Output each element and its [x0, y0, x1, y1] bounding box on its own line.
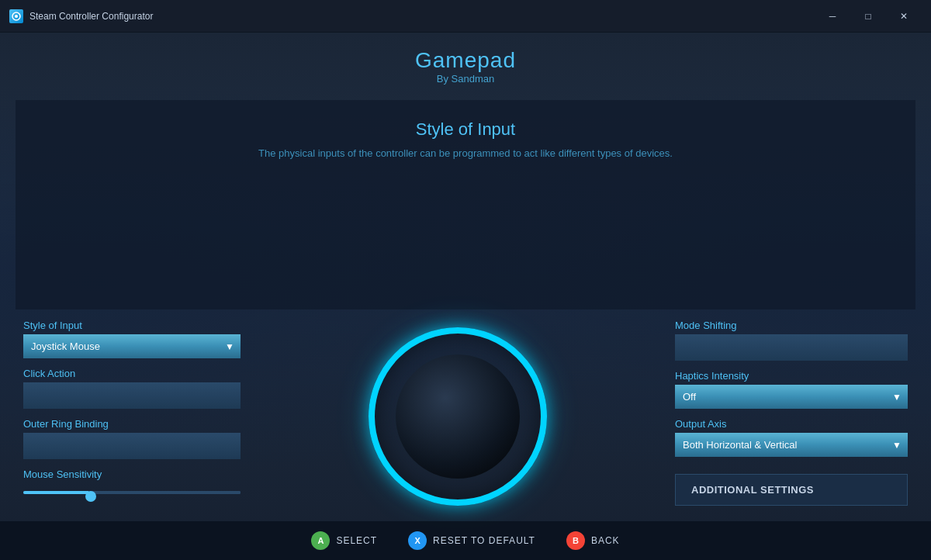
gamepad-subtitle: By Sandman [0, 73, 931, 85]
style-of-input-label: Style of Input [23, 320, 241, 331]
joystick-outer-ring [369, 327, 547, 506]
additional-settings-button[interactable]: ADDITIONAL SETTINGS [675, 474, 908, 506]
minimize-button[interactable]: ─ [815, 0, 850, 33]
outer-ring-binding-label: Outer Ring Binding [23, 418, 241, 430]
reset-action: X RESET TO DEFAULT [408, 531, 535, 550]
left-controls: Style of Input Joystick Mouse Joystick M… [23, 320, 241, 497]
style-of-input-group: Style of Input Joystick Mouse Joystick M… [23, 320, 241, 358]
outer-ring-binding-field[interactable] [23, 433, 241, 459]
steam-icon [9, 9, 23, 23]
panel-title: Style of Input [31, 119, 900, 140]
style-of-input-wrapper: Joystick Mouse Joystick Mouse Scroll Whe… [23, 334, 241, 358]
mode-shifting-group: Mode Shifting [675, 320, 908, 361]
action-bar: A SELECT X RESET TO DEFAULT B BACK [0, 521, 931, 560]
titlebar-title: Steam Controller Configurator [29, 11, 153, 22]
main-content: Gamepad By Sandman Style of Input The ph… [0, 33, 931, 560]
titlebar: Steam Controller Configurator ─ □ ✕ [0, 0, 931, 33]
mouse-sensitivity-slider[interactable] [23, 491, 241, 494]
panel-description: The physical inputs of the controller ca… [31, 147, 900, 159]
click-action-group: Click Action [23, 368, 241, 409]
haptics-intensity-select[interactable]: Off Low Medium High [675, 385, 908, 409]
output-axis-wrapper: Both Horizontal & Vertical Horizontal On… [675, 433, 908, 457]
haptics-intensity-wrapper: Off Low Medium High ▼ [675, 385, 908, 409]
x-button-icon: X [408, 531, 427, 550]
mode-shifting-label: Mode Shifting [675, 320, 908, 331]
window-controls: ─ □ ✕ [815, 0, 922, 33]
right-controls: Mode Shifting Haptics Intensity Off Low … [675, 320, 908, 506]
reset-label: RESET TO DEFAULT [433, 535, 535, 546]
b-button-icon: B [566, 531, 585, 550]
mouse-sensitivity-label: Mouse Sensitivity [23, 468, 241, 480]
select-action: A SELECT [311, 531, 377, 550]
click-action-field[interactable] [23, 382, 241, 409]
output-axis-label: Output Axis [675, 418, 908, 430]
svg-point-1 [15, 15, 18, 18]
output-axis-group: Output Axis Both Horizontal & Vertical H… [675, 418, 908, 457]
haptics-intensity-label: Haptics Intensity [675, 370, 908, 382]
back-label: BACK [591, 535, 620, 546]
inner-panel: Style of Input The physical inputs of th… [16, 100, 915, 309]
joystick-inner-circle [396, 354, 520, 479]
output-axis-select[interactable]: Both Horizontal & Vertical Horizontal On… [675, 433, 908, 457]
mode-shifting-field[interactable] [675, 334, 908, 361]
mouse-sensitivity-group: Mouse Sensitivity [23, 468, 241, 497]
style-of-input-select[interactable]: Joystick Mouse Joystick Mouse Scroll Whe… [23, 334, 241, 358]
gamepad-title: Gamepad [0, 48, 931, 73]
center-joystick-visual [256, 320, 659, 506]
controls-section: Style of Input Joystick Mouse Joystick M… [0, 304, 931, 521]
select-label: SELECT [336, 535, 377, 546]
maximize-button[interactable]: □ [850, 0, 886, 33]
haptics-intensity-group: Haptics Intensity Off Low Medium High ▼ [675, 370, 908, 409]
header-section: Gamepad By Sandman [0, 33, 931, 92]
click-action-label: Click Action [23, 368, 241, 379]
back-action: B BACK [566, 531, 620, 550]
close-button[interactable]: ✕ [886, 0, 922, 33]
a-button-icon: A [311, 531, 330, 550]
outer-ring-binding-group: Outer Ring Binding [23, 418, 241, 459]
